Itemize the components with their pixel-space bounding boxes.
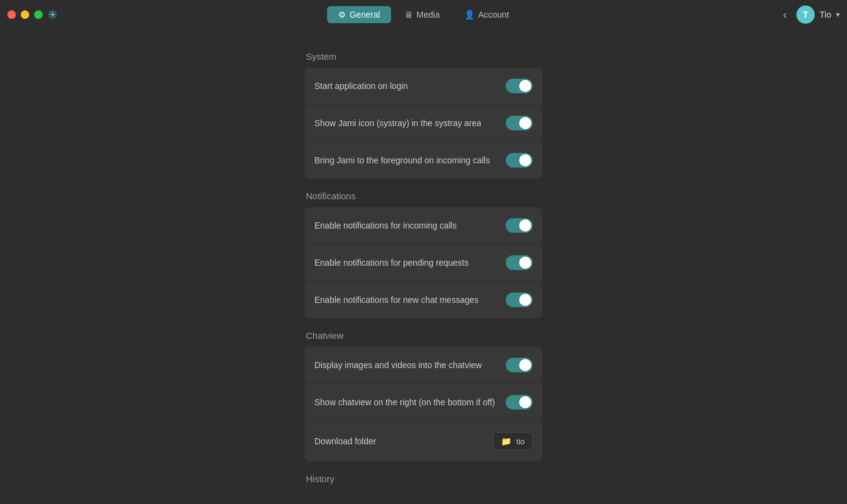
toggle-track-notif-new-chat[interactable]	[506, 293, 533, 307]
settings-card-notifications: Enable notifications for incoming callsE…	[305, 207, 542, 318]
avatar: T	[796, 5, 815, 24]
settings-row-show-chatview-right: Show chatview on the right (on the botto…	[305, 384, 542, 421]
nav-tabs: ⚙ General 🖥 Media 👤 Account	[327, 6, 520, 23]
settings-row-show-jami-icon: Show Jami icon (systray) in the systray …	[305, 105, 542, 142]
close-button[interactable]	[7, 10, 16, 19]
tab-media[interactable]: 🖥 Media	[394, 6, 451, 23]
toggle-track-start-on-login[interactable]	[506, 79, 533, 93]
label-bring-foreground: Bring Jami to the foreground on incoming…	[314, 155, 490, 165]
main-content: SystemStart application on loginShow Jam…	[0, 29, 847, 504]
toggle-track-notif-incoming-calls[interactable]	[506, 218, 533, 233]
minimize-button[interactable]	[21, 10, 29, 19]
tab-account-label: Account	[478, 10, 509, 20]
toggle-display-images[interactable]	[506, 358, 533, 372]
dropdown-arrow-icon[interactable]: ▾	[836, 10, 840, 19]
toggle-track-display-images[interactable]	[506, 358, 533, 372]
toggle-start-on-login[interactable]	[506, 79, 533, 93]
toggle-show-chatview-right[interactable]	[506, 395, 533, 410]
titlebar: ✳ ⚙ General 🖥 Media 👤 Account ‹ T Tio ▾	[0, 0, 847, 29]
label-show-chatview-right: Show chatview on the right (on the botto…	[314, 397, 495, 407]
folder-path-text: tio	[516, 437, 525, 446]
header-right: ‹ T Tio ▾	[778, 5, 840, 24]
gear-icon: ⚙	[338, 10, 346, 20]
app-icon: ✳	[48, 7, 58, 22]
tab-general-label: General	[350, 10, 380, 20]
tab-account[interactable]: 👤 Account	[453, 6, 520, 23]
maximize-button[interactable]	[34, 10, 43, 19]
label-notif-new-chat: Enable notifications for new chat messag…	[314, 295, 478, 305]
toggle-thumb-notif-new-chat	[519, 294, 531, 306]
label-display-images: Display images and videos into the chatv…	[314, 360, 482, 370]
toggle-thumb-show-jami-icon	[519, 117, 531, 129]
folder-button-download-folder[interactable]: 📁tio	[493, 432, 533, 450]
toggle-notif-incoming-calls[interactable]	[506, 218, 533, 233]
settings-row-notif-pending-requests: Enable notifications for pending request…	[305, 244, 542, 282]
toggle-thumb-notif-pending-requests	[519, 257, 531, 269]
tab-media-label: Media	[417, 10, 440, 20]
section-title-system: System	[305, 51, 542, 62]
monitor-icon: 🖥	[405, 10, 413, 20]
toggle-notif-new-chat[interactable]	[506, 293, 533, 307]
toggle-track-bring-foreground[interactable]	[506, 153, 533, 168]
settings-row-notif-new-chat: Enable notifications for new chat messag…	[305, 282, 542, 318]
settings-row-display-images: Display images and videos into the chatv…	[305, 347, 542, 384]
section-title-history: History	[305, 474, 542, 484]
user-name: Tio	[820, 10, 831, 20]
toggle-track-show-chatview-right[interactable]	[506, 395, 533, 410]
settings-card-system: Start application on loginShow Jami icon…	[305, 68, 542, 179]
toggle-track-notif-pending-requests[interactable]	[506, 255, 533, 270]
toggle-bring-foreground[interactable]	[506, 153, 533, 168]
toggle-thumb-notif-incoming-calls	[519, 219, 531, 232]
label-notif-pending-requests: Enable notifications for pending request…	[314, 258, 469, 268]
back-button[interactable]: ‹	[778, 6, 792, 24]
label-start-on-login: Start application on login	[314, 81, 408, 91]
toggle-track-show-jami-icon[interactable]	[506, 116, 533, 130]
label-show-jami-icon: Show Jami icon (systray) in the systray …	[314, 118, 481, 128]
tab-general[interactable]: ⚙ General	[327, 6, 391, 23]
section-title-chatview: Chatview	[305, 330, 542, 341]
settings-row-start-on-login: Start application on login	[305, 68, 542, 105]
toggle-show-jami-icon[interactable]	[506, 116, 533, 130]
settings-row-download-folder: Download folder📁tio	[305, 421, 542, 461]
toggle-notif-pending-requests[interactable]	[506, 255, 533, 270]
toggle-thumb-start-on-login	[519, 80, 531, 92]
section-title-notifications: Notifications	[305, 191, 542, 201]
settings-row-notif-incoming-calls: Enable notifications for incoming calls	[305, 207, 542, 244]
settings-panel: SystemStart application on loginShow Jam…	[305, 41, 542, 492]
settings-card-chatview: Display images and videos into the chatv…	[305, 347, 542, 461]
settings-row-bring-foreground: Bring Jami to the foreground on incoming…	[305, 142, 542, 179]
toggle-thumb-display-images	[519, 359, 531, 371]
label-download-folder: Download folder	[314, 436, 376, 446]
toggle-thumb-bring-foreground	[519, 154, 531, 166]
toggle-thumb-show-chatview-right	[519, 396, 531, 408]
folder-icon: 📁	[501, 436, 511, 446]
user-icon: 👤	[464, 10, 475, 20]
label-notif-incoming-calls: Enable notifications for incoming calls	[314, 221, 456, 230]
window-controls	[7, 10, 43, 19]
